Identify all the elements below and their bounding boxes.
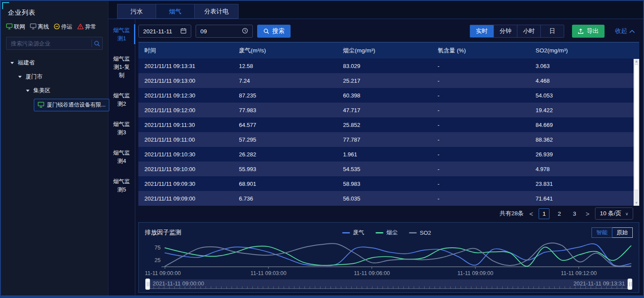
next-page-icon[interactable]: > [585,210,589,217]
page-size-select[interactable]: 10 条/页 ∨ [595,207,633,220]
data-table: 时间废气(m³/s)烟尘(mg/m³)氧含量 (%)SO2(mg/m³) 202… [138,42,639,206]
chart-mode-原始[interactable]: 原始 [612,227,633,238]
device-tab-烟气监测1-复制[interactable]: 烟气监测1-复制 [108,55,135,79]
tree-node-label: 集美区 [33,87,50,94]
scrollbar-thumb[interactable] [634,65,639,190]
granularity-小时[interactable]: 小时 [517,25,540,37]
granularity-实时[interactable]: 实时 [470,25,494,37]
app-root: 企业列表 联网离线停运异常 福建省厦门市集美区厦门锐谷通信设备有限... 污水烟… [0,0,644,298]
search-button[interactable]: 搜索 [257,25,291,38]
table-cell: 2021/11/11 09:09:30 [138,176,233,191]
table-cell: 4.468 [530,73,639,88]
table-row: 2021/11/11 09:10:3026.2821.961-26.939 [138,147,639,162]
table-cell: 23.831 [530,176,639,191]
status-legend-离线: 离线 [30,23,49,31]
search-icon[interactable] [92,40,102,47]
table-cell: 26.282 [233,147,337,162]
table-cell: 87.235 [233,88,337,103]
chevron-down-icon: ∨ [625,211,628,216]
table-cell: 71.641 [530,191,639,206]
svg-text:11-11 09:09:00: 11-11 09:09:00 [458,270,494,276]
chart-legend-label: SO2 [420,230,431,236]
chart-legend-烟尘[interactable]: 烟尘 [376,229,398,236]
status-legend-停运: 停运 [54,23,72,31]
table-cell: 68.901 [233,176,337,191]
page-number-2[interactable]: 2 [554,208,565,219]
legend-dash-icon [376,232,383,233]
status-legend-label: 停运 [61,23,72,31]
page-number-3[interactable]: 3 [569,208,580,219]
table-cell: 2021/11/11 09:11:30 [138,117,233,132]
table-cell: 58.983 [337,176,432,191]
tab-烟气[interactable]: 烟气 [156,4,195,19]
search-input[interactable] [7,40,92,47]
device-tab-烟气监测2[interactable]: 烟气监测2 [108,91,135,108]
clock-icon[interactable] [242,28,248,35]
enterprise-search[interactable] [6,37,103,50]
collapse-toggle[interactable]: 收起 [615,27,635,35]
search-button-label: 搜索 [272,27,284,35]
chart-legend-SO2[interactable]: SO2 [409,229,431,236]
status-legend: 联网离线停运异常 [1,22,108,31]
time-range-slider[interactable]: 2021-11-11 09:00:00 2021-11-11 09:13:31 [146,279,632,289]
tree-node[interactable]: 厦门锐谷通信设备有限... [1,97,108,112]
status-legend-label: 异常 [85,23,96,31]
table-column-header: 氧含量 (%) [432,42,530,58]
device-tab-烟气监测1[interactable]: 烟气监测1 [108,26,135,42]
table-cell: 4.978 [530,162,639,176]
pause-circle-icon [54,23,60,31]
hour-picker[interactable]: 09 [196,25,253,38]
chart-legend-废气[interactable]: 废气 [342,229,364,236]
page-number-1[interactable]: 1 [539,208,549,219]
table-cell: - [432,147,530,162]
table-cell: - [432,58,530,73]
slider-start-label: 2021-11-11 09:00:00 [153,280,204,287]
device-tab-烟气监测3[interactable]: 烟气监测3 [108,120,135,136]
page-size-value: 10 条/页 [600,210,621,217]
chart-legend-label: 废气 [353,229,364,236]
total-count: 共有28条 [500,210,524,217]
caret-down-icon[interactable] [10,62,14,64]
device-tab-烟气监测5[interactable]: 烟气监测5 [108,177,135,194]
pagination: 共有28条 < 123 > 10 条/页 ∨ [138,206,639,221]
status-legend-联网: 联网 [6,23,25,31]
table-cell: 57.295 [233,132,337,147]
slider-handle-left[interactable] [145,279,150,290]
monitor-offline-icon [30,23,36,31]
table-column-header: 废气(m³/s) [233,42,337,58]
scroll-up-icon[interactable]: ▲ [634,59,639,64]
tree-node[interactable]: 福建省 [1,56,108,70]
date-picker[interactable]: 2021-11-11 [138,25,191,38]
chart-title: 排放因子监测 [145,229,181,236]
calendar-icon[interactable] [180,28,186,35]
chart-mode-智能[interactable]: 智能 [592,227,612,238]
tab-污水[interactable]: 污水 [117,4,156,19]
prev-page-icon[interactable]: < [530,210,533,217]
caret-down-icon[interactable] [18,76,22,78]
scroll-down-icon[interactable]: ▼ [634,201,639,206]
table-cell: 55.993 [233,162,337,176]
granularity-分钟[interactable]: 分钟 [494,25,517,37]
tree-node[interactable]: 厦门市 [1,70,108,84]
table-row: 2021/11/11 09:09:006.73656.035-71.641 [138,191,639,206]
caret-down-icon[interactable] [26,90,29,92]
slider-ruler [148,286,629,289]
table-cell: - [432,88,530,103]
tree-node-selected[interactable]: 厦门锐谷通信设备有限... [34,99,109,111]
slider-end-label: 2021-11-11 09:13:31 [573,280,625,287]
table-cell: 2021/11/11 09:10:30 [138,147,233,162]
legend-dash-icon [342,232,350,233]
content-area: 2021-11-11 09 搜索 [135,19,643,295]
table-cell: 19.422 [530,103,639,117]
device-tab-烟气监测4[interactable]: 烟气监测4 [108,149,135,165]
sidebar-title: 企业列表 [1,1,108,22]
export-button-label: 导出 [587,27,599,35]
table-scrollbar[interactable]: ▲ ▼ [634,59,639,206]
export-button[interactable]: 导出 [572,25,605,38]
granularity-日[interactable]: 日 [540,25,564,37]
tree-node[interactable]: 集美区 [1,84,108,97]
table-cell: 25.217 [337,73,432,88]
tab-分表计电[interactable]: 分表计电 [194,4,239,19]
slider-handle-right[interactable] [628,279,632,290]
table-cell: 47.717 [337,103,432,117]
